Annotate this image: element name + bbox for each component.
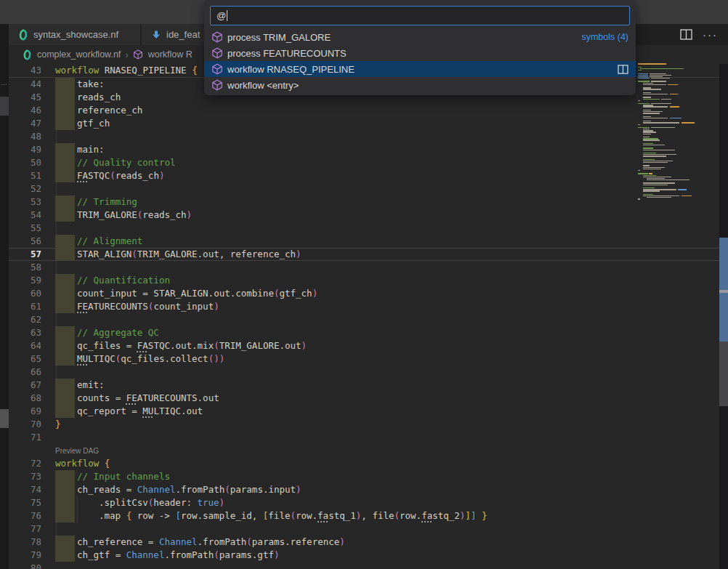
quick-pick-item-2[interactable]: workflow RNASEQ_PIPELINE bbox=[204, 61, 636, 77]
line-number: 67 bbox=[9, 379, 55, 392]
code-line-71[interactable]: 71 bbox=[9, 431, 719, 444]
line-number: 54 bbox=[9, 209, 55, 222]
line-number: 55 bbox=[9, 222, 55, 235]
quick-pick-item-0[interactable]: process TRIM_GALOREsymbols (4) bbox=[204, 29, 636, 45]
code-line-52[interactable]: 52 bbox=[9, 182, 719, 195]
code-text bbox=[55, 562, 719, 569]
quick-pick-panel: @ process TRIM_GALOREsymbols (4)process … bbox=[204, 0, 636, 95]
code-line-58[interactable]: 58 bbox=[9, 261, 719, 274]
indent-highlight-band bbox=[55, 549, 75, 562]
code-line-77[interactable]: 77 bbox=[9, 522, 719, 536]
code-text bbox=[55, 431, 719, 444]
symbols-count-link[interactable]: symbols (4) bbox=[581, 32, 628, 42]
code-line-62[interactable]: 62 bbox=[9, 313, 719, 326]
indent-guide bbox=[56, 130, 57, 143]
indent-highlight-band bbox=[55, 169, 75, 182]
code-line-68[interactable]: 68counts = FEATURECOUNTS.out bbox=[9, 392, 719, 405]
code-text: ch_reads = Channel.fromPath(params.input… bbox=[55, 483, 719, 496]
breadcrumb-file[interactable]: complex_workflow.nf bbox=[22, 49, 121, 60]
quick-pick-item-1[interactable]: process FEATURECOUNTS bbox=[204, 45, 636, 61]
line-number: 78 bbox=[9, 536, 55, 549]
code-line-61[interactable]: 61FEATURECOUNTS(count_input) bbox=[9, 300, 719, 313]
code-line-78[interactable]: 78ch_reference = Channel.fromPath(params… bbox=[9, 536, 719, 549]
code-line-47[interactable]: 47gtf_ch bbox=[9, 117, 719, 130]
code-line-69[interactable]: 69qc_report = MULTIQC.out bbox=[9, 405, 719, 418]
code-text: .splitCsv(header: true) bbox=[55, 496, 719, 509]
line-number: 58 bbox=[9, 261, 55, 274]
split-editor-button[interactable] bbox=[680, 29, 692, 40]
editor-scrollbar[interactable] bbox=[719, 64, 728, 569]
code-line-49[interactable]: 49main: bbox=[9, 143, 719, 156]
code-line-46[interactable]: 46reference_ch bbox=[9, 104, 719, 117]
left-scrollbar-thumb[interactable] bbox=[0, 97, 9, 116]
quick-pick-item-label: process TRIM_GALORE bbox=[227, 32, 577, 43]
code-line-73[interactable]: 73// Input channels bbox=[9, 470, 719, 483]
scrollbar-thumb-secondary[interactable] bbox=[719, 342, 728, 406]
code-line-67[interactable]: 67emit: bbox=[9, 379, 719, 392]
code-line-75[interactable]: 75.splitCsv(header: true) bbox=[9, 496, 719, 509]
line-number: 50 bbox=[9, 156, 55, 169]
breadcrumb-symbol[interactable]: workflow R bbox=[133, 49, 193, 60]
indent-highlight-band bbox=[55, 156, 75, 169]
indent-guide bbox=[56, 522, 57, 536]
arrow-down-icon bbox=[150, 29, 162, 41]
codelens-row[interactable]: Preview DAG bbox=[9, 444, 719, 457]
code-line-79[interactable]: 79ch_gtf = Channel.fromPath(params.gtf) bbox=[9, 549, 719, 562]
line-number: 44 bbox=[9, 78, 55, 91]
code-line-59[interactable]: 59// Quantification bbox=[9, 274, 719, 287]
minimap[interactable] bbox=[638, 63, 718, 209]
split-editor-icon[interactable] bbox=[618, 65, 628, 74]
minimap-line bbox=[638, 198, 718, 200]
code-line-72[interactable]: 72workflow { bbox=[9, 457, 719, 470]
left-scrollbar-thumb-2[interactable] bbox=[0, 409, 9, 428]
code-line-54[interactable]: 54TRIM_GALORE(reads_ch) bbox=[9, 209, 719, 222]
code-line-64[interactable]: 64qc_files = FASTQC.out.mix(TRIM_GALORE.… bbox=[9, 339, 719, 352]
breadcrumb-separator: › bbox=[125, 49, 128, 60]
code-line-66[interactable]: 66 bbox=[9, 366, 719, 379]
code-line-76[interactable]: 76.map { row -> [row.sample_id, [file(ro… bbox=[9, 509, 719, 522]
code-text: MULTIQC(qc_files.collect()) bbox=[55, 352, 719, 366]
code-line-53[interactable]: 53// Trimming bbox=[9, 195, 719, 209]
code-text: count_input = STAR_ALIGN.out.combine(gtf… bbox=[55, 287, 719, 300]
code-text bbox=[55, 366, 719, 379]
breadcrumb-file-label: complex_workflow.nf bbox=[37, 49, 121, 60]
indent-highlight-band bbox=[55, 339, 75, 352]
nextflow-icon bbox=[17, 29, 29, 41]
indent-guide bbox=[56, 261, 57, 274]
tab-label: syntax_showcase.nf bbox=[33, 29, 118, 40]
more-actions-button[interactable]: ··· bbox=[703, 28, 718, 41]
code-text: main: bbox=[55, 143, 719, 156]
line-number: 79 bbox=[9, 549, 55, 562]
code-line-65[interactable]: 65MULTIQC(qc_files.collect()) bbox=[9, 352, 719, 366]
code-line-48[interactable]: 48 bbox=[9, 130, 719, 143]
code-line-55[interactable]: 55 bbox=[9, 222, 719, 235]
code-line-63[interactable]: 63// Aggregate QC bbox=[9, 326, 719, 339]
indent-highlight-band bbox=[55, 209, 75, 222]
line-number: 47 bbox=[9, 117, 55, 130]
code-text: STAR_ALIGN(TRIM_GALORE.out, reference_ch… bbox=[55, 248, 719, 261]
code-line-80[interactable]: 80 bbox=[9, 562, 719, 569]
line-number: 75 bbox=[9, 496, 55, 509]
code-line-74[interactable]: 74ch_reads = Channel.fromPath(params.inp… bbox=[9, 483, 719, 496]
quick-pick-input[interactable]: @ bbox=[210, 6, 630, 25]
vscode-window: … syntax_showcase.nf ide_feat bbox=[0, 0, 728, 569]
line-number: 72 bbox=[9, 457, 55, 470]
code-text: reference_ch bbox=[55, 104, 719, 117]
code-line-51[interactable]: 51FASTQC(reads_ch) bbox=[9, 169, 719, 182]
line-number: 46 bbox=[9, 104, 55, 117]
code-line-57[interactable]: 57STAR_ALIGN(TRIM_GALORE.out, reference_… bbox=[9, 248, 719, 261]
code-line-56[interactable]: 56// Alignment bbox=[9, 235, 719, 248]
quick-pick-item-label: workflow RNASEQ_PIPELINE bbox=[227, 64, 613, 75]
line-number: 45 bbox=[9, 91, 55, 104]
codelens-link[interactable]: Preview DAG bbox=[55, 444, 719, 457]
code-editor[interactable]: 43workflow RNASEQ_PIPELINE { 44take:45re… bbox=[9, 64, 719, 569]
code-line-70[interactable]: 70} bbox=[9, 418, 719, 431]
code-line-60[interactable]: 60count_input = STAR_ALIGN.out.combine(g… bbox=[9, 287, 719, 300]
tab-syntax-showcase[interactable]: syntax_showcase.nf bbox=[9, 24, 140, 45]
code-line-50[interactable]: 50// Quality control bbox=[9, 156, 719, 169]
quick-pick-item-3[interactable]: workflow <entry> bbox=[204, 77, 636, 93]
indent-guide bbox=[56, 182, 57, 195]
line-number: 74 bbox=[9, 483, 55, 496]
indent-highlight-band bbox=[55, 470, 75, 483]
symbol-method-icon bbox=[211, 47, 223, 59]
